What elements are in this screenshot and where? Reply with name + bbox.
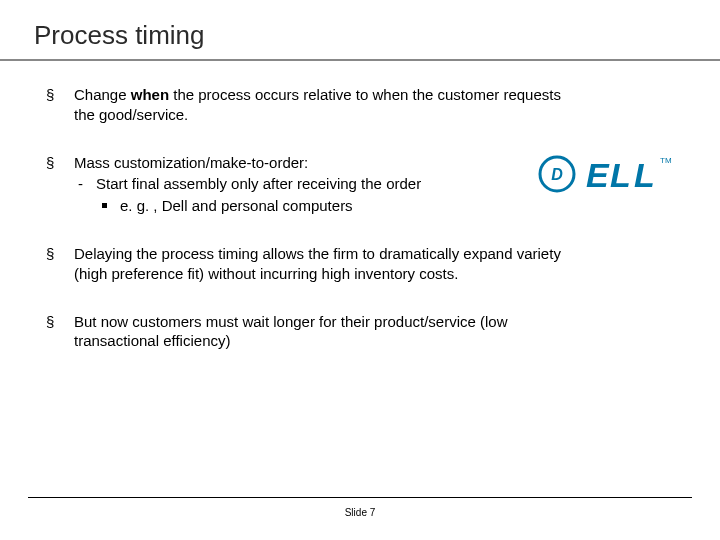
sub-list: Start final assembly only after receivin… — [74, 174, 566, 216]
footer-divider — [28, 497, 692, 498]
text-bold: when — [131, 86, 169, 103]
text: Mass customization/make-to-order: — [74, 154, 308, 171]
bullet-item: Mass customization/make-to-order: Start … — [46, 153, 566, 216]
bullet-item: Change when the process occurs relative … — [46, 85, 566, 125]
sub-sub-list: e. g. , Dell and personal computers — [96, 196, 566, 216]
trademark-text: TM — [660, 156, 672, 165]
text: Start final assembly only after receivin… — [96, 175, 421, 192]
svg-text:D: D — [551, 166, 563, 183]
slide-title: Process timing — [28, 20, 692, 51]
text: e. g. , Dell and personal computers — [120, 197, 353, 214]
bullet-item: Delaying the process timing allows the f… — [46, 244, 566, 284]
slide-footer: Slide 7 — [0, 507, 720, 518]
dell-logo: D E L L TM — [538, 149, 678, 204]
sub-sub-item: e. g. , Dell and personal computers — [96, 196, 566, 216]
slide: Process timing Change when the process o… — [0, 0, 720, 540]
svg-text:L: L — [610, 156, 631, 194]
sub-item: Start final assembly only after receivin… — [74, 174, 566, 216]
svg-text:L: L — [634, 156, 655, 194]
slide-content: Change when the process occurs relative … — [28, 61, 692, 351]
bullet-list: Change when the process occurs relative … — [46, 85, 682, 351]
text: But now customers must wait longer for t… — [74, 313, 508, 350]
text: Delaying the process timing allows the f… — [74, 245, 561, 282]
dell-logo-icon: D E L L TM — [538, 149, 678, 199]
svg-text:E: E — [586, 156, 610, 194]
bullet-item: But now customers must wait longer for t… — [46, 312, 566, 352]
text: Change — [74, 86, 131, 103]
